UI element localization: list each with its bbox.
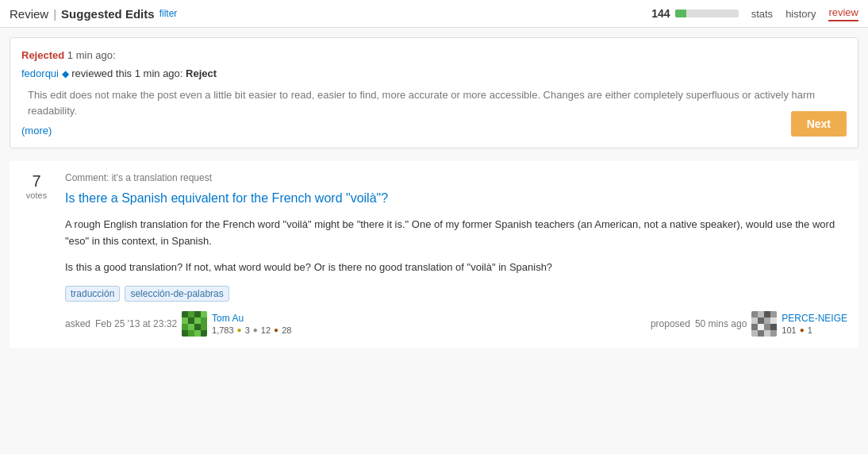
svg-rect-21 <box>758 317 764 324</box>
tag-traduccion[interactable]: traducción <box>65 286 120 302</box>
diamond-icon: ◆ <box>62 68 69 79</box>
more-link[interactable]: (more) <box>21 125 52 137</box>
proposer-rep: 101 <box>782 325 796 335</box>
rejected-label: Rejected <box>21 49 64 61</box>
votes-label: votes <box>21 190 52 200</box>
svg-rect-3 <box>201 311 207 317</box>
top-bar-right: 144 stats history review <box>651 6 858 21</box>
meta-row: asked Feb 25 '13 at 23:32 <box>65 311 847 337</box>
stats-link[interactable]: stats <box>751 8 773 20</box>
svg-rect-25 <box>758 324 764 330</box>
svg-rect-10 <box>194 324 201 330</box>
rejection-reason: This edit does not make the post even a … <box>21 87 847 118</box>
proposer-bronze: 1 <box>808 325 812 335</box>
question-content: Comment: it's a translation request Is t… <box>65 172 847 337</box>
reviewer-name: fedorqui <box>21 67 59 79</box>
svg-rect-13 <box>188 330 194 337</box>
question-section: 7 votes Comment: it's a translation requ… <box>10 161 858 348</box>
review-title: Review <box>10 7 48 21</box>
svg-rect-24 <box>751 324 758 330</box>
action-label: Reject <box>186 67 217 79</box>
rejected-header: Rejected 1 min ago: <box>21 49 847 61</box>
reviewed-time: 1 min ago: <box>135 67 183 79</box>
progress-bar-fill <box>675 10 686 17</box>
svg-rect-11 <box>201 324 207 330</box>
asked-info: asked Feb 25 '13 at 23:32 <box>65 311 291 337</box>
time-ago: 1 min ago: <box>67 49 116 61</box>
asker-info: Tom Au 1,783 ● 3 ● 12 ● 28 <box>212 313 291 335</box>
main-content: Rejected 1 min ago: fedorqui ◆ reviewed … <box>0 28 868 357</box>
review-link[interactable]: review <box>828 6 858 21</box>
svg-rect-15 <box>201 330 207 337</box>
asker-gold: 3 <box>245 325 250 335</box>
question-body-para1: A rough English translation for the Fren… <box>65 217 847 250</box>
close-reason: Comment: it's a translation request <box>65 172 847 183</box>
svg-rect-1 <box>188 311 194 317</box>
separator: | <box>53 7 56 21</box>
svg-rect-30 <box>764 330 770 337</box>
svg-rect-2 <box>194 311 201 317</box>
tags-area: traducción selección-de-palabras <box>65 286 847 302</box>
svg-rect-19 <box>770 311 777 317</box>
votes-count: 7 <box>21 172 52 190</box>
suggested-edits-label: Suggested Edits <box>61 7 155 21</box>
svg-rect-17 <box>758 311 764 317</box>
svg-rect-31 <box>770 330 777 337</box>
svg-rect-9 <box>188 324 194 330</box>
proposer-bronze-dot: ● <box>800 325 805 334</box>
asker-silver: 12 <box>261 325 271 335</box>
proposer-avatar <box>751 311 777 337</box>
history-link[interactable]: history <box>785 8 816 20</box>
reviewed-text: reviewed this <box>71 67 132 79</box>
proposed-info: proposed 50 mins ago <box>651 311 847 337</box>
next-button[interactable]: Next <box>791 111 847 137</box>
asker-name-link[interactable]: Tom Au <box>212 313 291 324</box>
progress-bar <box>675 10 739 17</box>
svg-rect-4 <box>182 317 188 324</box>
question-body-para2: Is this a good translation? If not, what… <box>65 260 847 276</box>
asker-avatar <box>182 311 207 337</box>
top-bar: Review | Suggested Edits filter 144 stat… <box>0 0 868 28</box>
svg-rect-29 <box>758 330 764 337</box>
svg-rect-23 <box>770 317 777 324</box>
asker-bronze: 28 <box>282 325 291 335</box>
top-bar-left: Review | Suggested Edits filter <box>10 7 177 21</box>
svg-rect-16 <box>751 311 758 317</box>
progress-area: 144 <box>651 7 738 20</box>
asked-date: Feb 25 '13 at 23:32 <box>95 318 177 329</box>
svg-rect-6 <box>194 317 201 324</box>
svg-rect-8 <box>182 324 188 330</box>
svg-rect-0 <box>182 311 188 317</box>
svg-rect-28 <box>751 330 758 337</box>
proposer-avatar-img <box>751 311 777 337</box>
question-title[interactable]: Is there a Spanish equivalent for the Fr… <box>65 190 847 207</box>
svg-rect-12 <box>182 330 188 337</box>
proposed-label: proposed <box>651 318 690 329</box>
asker-rep: 1,783 <box>212 325 234 335</box>
svg-rect-14 <box>194 330 201 337</box>
bronze-dot: ● <box>274 325 278 334</box>
reviewer-link[interactable]: fedorqui <box>21 67 62 79</box>
svg-rect-22 <box>764 317 770 324</box>
progress-count: 144 <box>651 7 670 20</box>
votes-area: 7 votes <box>21 172 52 337</box>
proposer-name-link[interactable]: PERCE-NEIGE <box>782 313 847 324</box>
proposed-time: 50 mins ago <box>695 318 747 329</box>
proposer-stats: 101 ● 1 <box>782 325 847 335</box>
asker-stats: 1,783 ● 3 ● 12 ● 28 <box>212 325 291 335</box>
svg-rect-18 <box>764 311 770 317</box>
silver-dot: ● <box>253 325 258 334</box>
filter-link[interactable]: filter <box>159 8 178 19</box>
tag-seleccion[interactable]: selección-de-palabras <box>125 286 229 302</box>
gold-dot: ● <box>237 325 242 334</box>
review-box: Rejected 1 min ago: fedorqui ◆ reviewed … <box>10 37 858 148</box>
svg-rect-5 <box>188 317 194 324</box>
asked-label: asked <box>65 318 90 329</box>
svg-rect-7 <box>201 317 207 324</box>
svg-rect-26 <box>764 324 770 330</box>
svg-rect-27 <box>770 324 777 330</box>
asker-avatar-img <box>182 311 207 337</box>
proposer-info: PERCE-NEIGE 101 ● 1 <box>782 313 847 335</box>
svg-rect-20 <box>751 317 758 324</box>
reviewer-line: fedorqui ◆ reviewed this 1 min ago: Reje… <box>21 67 847 79</box>
